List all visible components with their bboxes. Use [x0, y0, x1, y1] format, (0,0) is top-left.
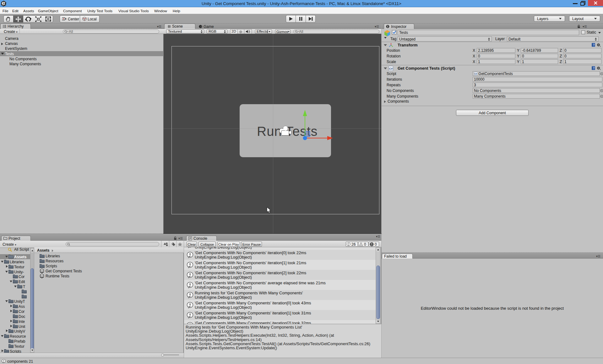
svg-text:?: ? — [593, 43, 595, 46]
svg-text:C#: C# — [474, 73, 477, 75]
svg-text:C#: C# — [389, 67, 393, 70]
svg-text:?: ? — [593, 67, 595, 70]
